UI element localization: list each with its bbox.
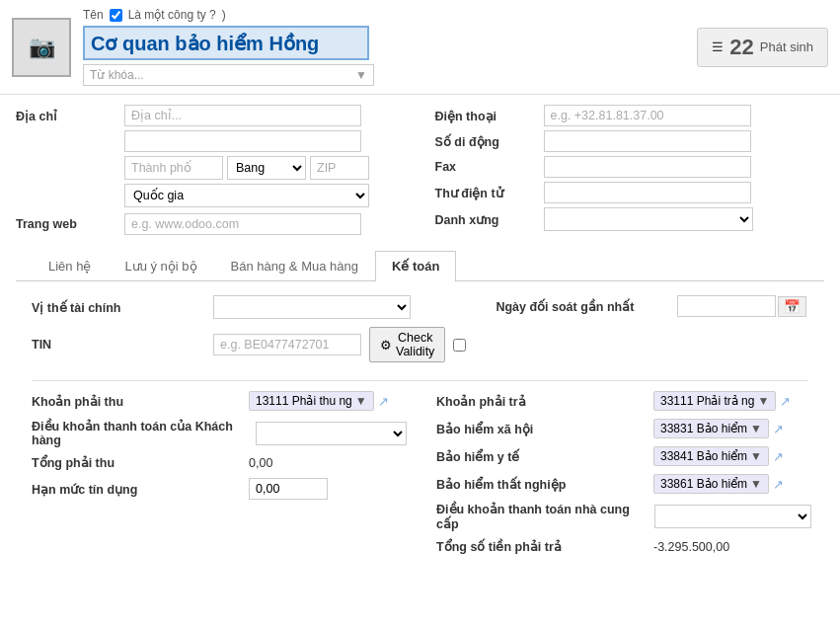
form-body: Địa chỉ Bang xyxy=(0,95,840,586)
phát-sinh-badge[interactable]: ☰ 22 Phát sinh xyxy=(697,28,828,67)
khoan-phai-tra-ext-link[interactable]: ↗ xyxy=(780,394,791,409)
tin-label: TIN xyxy=(32,338,209,352)
calendar-button[interactable]: 📅 xyxy=(778,296,806,317)
bao-hiem-yt-row: Bảo hiểm y tế 33841 Bảo hiểm ▼ ↗ xyxy=(436,446,811,466)
main-fields: Địa chỉ Bang xyxy=(16,105,824,241)
dropdown-arrow-icon3: ▼ xyxy=(750,422,762,435)
khoan-phai-tra-button[interactable]: 33111 Phải trả ng ▼ xyxy=(653,391,776,411)
tag-select[interactable]: Từ khóa... ▼ xyxy=(83,64,374,86)
mobile-row: Số di động xyxy=(435,130,825,152)
website-input[interactable] xyxy=(124,213,361,235)
city-input[interactable] xyxy=(124,156,223,180)
account-section: Khoản phải thu 13111 Phải thu ng ▼ ↗ Điề… xyxy=(32,391,808,562)
han-muc-row: Hạn mức tín dụng xyxy=(32,478,407,500)
country-select[interactable]: Quốc gia xyxy=(124,184,369,207)
mobile-input[interactable] xyxy=(544,130,751,152)
ke-toan-right-top: Ngày đối soát gần nhất 📅 xyxy=(486,295,808,370)
email-input[interactable] xyxy=(544,182,751,203)
bao-hiem-tn-label: Bảo hiểm thất nghiệp xyxy=(436,477,653,492)
state-select[interactable]: Bang xyxy=(227,156,306,180)
dropdown-arrow-icon: ▼ xyxy=(355,394,367,408)
tab-ban-hang[interactable]: Bán hàng & Mua hàng xyxy=(214,251,375,280)
gear-icon: ⚙ xyxy=(380,338,392,353)
bao-hiem-yt-ext-link[interactable]: ↗ xyxy=(773,449,784,464)
address-row: Địa chỉ Bang xyxy=(16,105,406,207)
khoan-phai-thu-label: Khoản phải thu xyxy=(32,394,249,409)
dieu-khoan-ncc-label: Điều khoản thanh toán nhà cung cấp xyxy=(436,502,654,531)
ke-toan-left-top: Vị thế tài chính TIN ⚙ Check Validity xyxy=(32,295,486,370)
dieu-khoan-kh-label: Điều khoản thanh toán của Khách hàng xyxy=(32,419,256,447)
ke-toan-content: Vị thế tài chính TIN ⚙ Check Validity xyxy=(16,281,824,576)
tin-checkbox[interactable] xyxy=(453,339,466,352)
date-input[interactable] xyxy=(677,295,776,317)
street2-row xyxy=(124,130,369,152)
left-col: Địa chỉ Bang xyxy=(16,105,425,241)
camera-icon: 📷 xyxy=(29,35,55,60)
company-checkbox-label: Là một công ty ? xyxy=(128,8,216,22)
is-company-checkbox[interactable] xyxy=(110,9,122,22)
list-icon: ☰ xyxy=(712,39,724,54)
date-field-group: 📅 xyxy=(677,295,806,317)
dropdown-arrow-icon2: ▼ xyxy=(757,394,769,408)
phone-label: Điện thoại xyxy=(435,109,544,123)
dieu-khoan-kh-select[interactable] xyxy=(256,422,407,445)
khoan-phai-thu-button[interactable]: 13111 Phải thu ng ▼ xyxy=(249,391,374,411)
bao-hiem-xh-ext-link[interactable]: ↗ xyxy=(773,422,784,436)
address-block: Bang Quốc gia xyxy=(124,105,369,207)
fax-input[interactable] xyxy=(544,156,751,178)
calendar-icon: 📅 xyxy=(784,299,801,314)
street2-input[interactable] xyxy=(124,130,361,152)
company-name-input[interactable] xyxy=(83,26,369,60)
vi-the-select[interactable] xyxy=(213,295,411,319)
street-input[interactable] xyxy=(124,105,361,126)
top-bar: 📷 Tên Là một công ty ? ) Từ khóa... ▼ ☰ … xyxy=(0,0,840,95)
zip-input[interactable] xyxy=(310,156,369,180)
tab-lien-he[interactable]: Liên hệ xyxy=(32,251,108,280)
avatar: 📷 xyxy=(12,18,71,77)
han-muc-label: Hạn mức tín dụng xyxy=(32,482,249,497)
khoan-phai-thu-row: Khoản phải thu 13111 Phải thu ng ▼ ↗ xyxy=(32,391,407,411)
phone-input[interactable] xyxy=(544,105,751,126)
bao-hiem-xh-button[interactable]: 33831 Bảo hiểm ▼ xyxy=(653,419,769,438)
dropdown-arrow-icon5: ▼ xyxy=(750,477,762,491)
bao-hiem-yt-button[interactable]: 33841 Bảo hiểm ▼ xyxy=(653,446,769,466)
website-label: Trang web xyxy=(16,213,124,231)
ngay-row: Ngày đối soát gần nhất 📅 xyxy=(496,295,808,317)
tab-luu-y[interactable]: Lưu ý nội bộ xyxy=(108,251,213,280)
tab-ke-toan[interactable]: Kế toán xyxy=(375,251,456,281)
street-row xyxy=(124,105,369,126)
badge-count: 22 xyxy=(729,35,753,60)
tin-input[interactable] xyxy=(213,334,361,355)
bao-hiem-xh-row: Bảo hiểm xã hội 33831 Bảo hiểm ▼ ↗ xyxy=(436,419,811,438)
account-right: Khoản phải trả 33111 Phải trả ng ▼ ↗ Bảo… xyxy=(426,391,811,562)
title-select[interactable] xyxy=(544,207,753,231)
tong-phai-thu-row: Tổng phải thu 0,00 xyxy=(32,455,407,470)
dieu-khoan-ncc-row: Điều khoản thanh toán nhà cung cấp xyxy=(436,502,811,531)
tag-placeholder: Từ khóa... xyxy=(90,68,144,82)
ngay-label: Ngày đối soát gần nhất xyxy=(496,299,673,314)
bao-hiem-yt-label: Bảo hiểm y tế xyxy=(436,449,653,464)
dieu-khoan-ncc-select[interactable] xyxy=(654,505,811,528)
vi-the-row: Vị thế tài chính xyxy=(32,295,466,319)
check-validity-button[interactable]: ⚙ Check Validity xyxy=(369,327,445,362)
right-col: Điện thoại Số di động Fax Thư điện tử Da… xyxy=(425,105,825,241)
tag-dropdown-arrow: ▼ xyxy=(355,68,367,82)
phone-row: Điện thoại xyxy=(435,105,825,126)
title-label: Danh xưng xyxy=(435,212,544,227)
bao-hiem-tn-button[interactable]: 33861 Bảo hiểm ▼ xyxy=(653,474,769,494)
tin-row: TIN ⚙ Check Validity xyxy=(32,327,466,362)
account-left: Khoản phải thu 13111 Phải thu ng ▼ ↗ Điề… xyxy=(32,391,426,562)
tong-so-tien-value: -3.295.500,00 xyxy=(653,540,729,554)
dropdown-arrow-icon4: ▼ xyxy=(750,449,762,463)
tong-so-tien-label: Tổng số tiền phải trả xyxy=(436,539,653,554)
name-label: Tên xyxy=(83,8,104,22)
bao-hiem-tn-ext-link[interactable]: ↗ xyxy=(773,477,784,492)
divider xyxy=(32,380,808,381)
tabs: Liên hệ Lưu ý nội bộ Bán hàng & Mua hàng… xyxy=(16,251,824,281)
company-name-block: Tên Là một công ty ? ) Từ khóa... ▼ xyxy=(83,8,390,86)
fax-label: Fax xyxy=(435,160,544,174)
title-row: Danh xưng xyxy=(435,207,825,231)
khoan-phai-thu-ext-link[interactable]: ↗ xyxy=(378,394,389,409)
han-muc-input[interactable] xyxy=(249,478,328,500)
ke-toan-top: Vị thế tài chính TIN ⚙ Check Validity xyxy=(32,295,808,370)
